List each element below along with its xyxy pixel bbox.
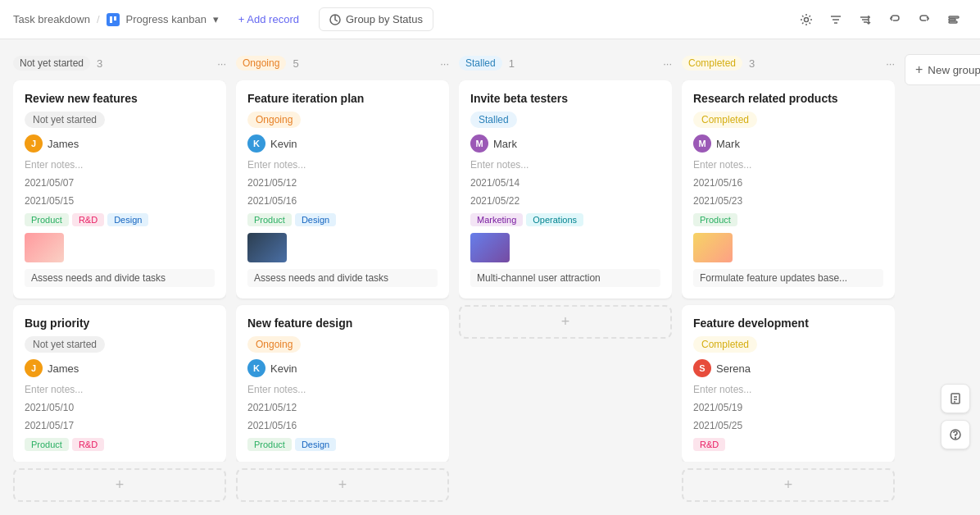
sort-button[interactable]: [852, 7, 878, 33]
avatar-research-related-products: M: [693, 134, 711, 153]
group-by-icon: [329, 14, 341, 25]
tags-review-new-features: ProductR&DDesign: [25, 213, 215, 226]
add-record-button[interactable]: + Add record: [229, 8, 309, 30]
date1-bug-priority: 2021/05/10: [25, 402, 215, 413]
tag-product: Product: [25, 213, 69, 226]
avatar-bug-priority: J: [25, 359, 43, 377]
card-review-new-features[interactable]: Review new features Not yet started J Ja…: [13, 80, 226, 299]
column-title-not-yet-started: Not yet started: [13, 56, 90, 71]
column-more-stalled[interactable]: ···: [663, 57, 672, 70]
breadcrumb: Task breakdown / Progress kanban ▾: [13, 13, 219, 26]
date1-feature-development: 2021/05/19: [693, 402, 883, 413]
date1-review-new-features: 2021/05/07: [25, 177, 215, 189]
card-bug-priority[interactable]: Bug priority Not yet started J James Ent…: [13, 305, 226, 462]
notes-feature-development[interactable]: Enter notes...: [693, 384, 883, 395]
date1-research-related-products: 2021/05/16: [693, 177, 883, 189]
column-count-ongoing: 5: [293, 57, 298, 70]
add-card-ongoing[interactable]: +: [236, 468, 449, 502]
tag-design: Design: [295, 213, 336, 226]
assignee-new-feature-design: K Kevin: [247, 359, 438, 377]
tags-new-feature-design: ProductDesign: [247, 438, 438, 451]
sort-icon: [859, 13, 872, 26]
filter-button[interactable]: [823, 7, 849, 33]
assignee-feature-iteration-plan: K Kevin: [247, 134, 438, 153]
tag-product: Product: [247, 213, 292, 226]
card-title-bug-priority: Bug priority: [25, 317, 215, 330]
notes-review-new-features[interactable]: Enter notes...: [25, 159, 215, 171]
card-title-feature-development: Feature development: [693, 317, 883, 330]
redo-button[interactable]: [911, 7, 937, 33]
card-research-related-products[interactable]: Research related products Completed M Ma…: [682, 80, 895, 299]
new-group-button[interactable]: + New group: [905, 54, 980, 85]
assignee-name-bug-priority: James: [48, 362, 79, 375]
task-label-feature-iteration-plan: Assess needs and divide tasks: [247, 269, 438, 287]
add-card-stalled[interactable]: +: [459, 305, 672, 339]
column-title-stalled: Stalled: [459, 56, 502, 71]
column-more-not-yet-started[interactable]: ···: [217, 57, 226, 70]
avatar-feature-iteration-plan: K: [247, 134, 265, 153]
card-feature-development[interactable]: Feature development Completed S Serena E…: [682, 305, 895, 462]
group-by-button[interactable]: Group by Status: [319, 7, 433, 31]
avatar-new-feature-design: K: [247, 359, 265, 377]
tag-marketing: Marketing: [470, 213, 523, 226]
settings-button[interactable]: [793, 7, 819, 33]
svg-rect-6: [949, 21, 957, 23]
avatar-review-new-features: J: [25, 134, 43, 153]
card-new-feature-design[interactable]: New feature design Ongoing K Kevin Enter…: [236, 305, 449, 462]
assignee-invite-beta-testers: M Mark: [470, 134, 660, 153]
assignee-name-review-new-features: James: [48, 138, 79, 150]
svg-rect-0: [110, 16, 112, 23]
redo-icon: [918, 13, 931, 26]
status-badge-invite-beta-testers: Stalled: [470, 112, 517, 128]
card-title-new-feature-design: New feature design: [247, 317, 438, 330]
column-more-completed[interactable]: ···: [886, 57, 895, 70]
search-records-button[interactable]: [941, 7, 967, 33]
svg-point-9: [955, 438, 956, 439]
search-records-icon: [947, 13, 960, 26]
notes-invite-beta-testers[interactable]: Enter notes...: [470, 159, 660, 171]
assignee-review-new-features: J James: [25, 134, 215, 153]
column-count-not-yet-started: 3: [97, 57, 102, 70]
column-more-ongoing[interactable]: ···: [440, 57, 449, 70]
column-count-stalled: 1: [509, 57, 515, 70]
add-card-completed[interactable]: +: [682, 468, 895, 502]
view-dropdown-icon[interactable]: ▾: [213, 13, 219, 25]
assignee-bug-priority: J James: [25, 359, 215, 377]
notes-icon-button[interactable]: [941, 384, 970, 413]
assignee-feature-development: S Serena: [693, 359, 883, 377]
add-card-not-yet-started[interactable]: +: [13, 468, 226, 502]
notes-feature-iteration-plan[interactable]: Enter notes...: [247, 159, 438, 171]
breadcrumb-task[interactable]: Task breakdown: [13, 13, 90, 25]
undo-icon: [888, 13, 901, 26]
view-label[interactable]: Progress kanban: [126, 13, 206, 25]
column-count-completed: 3: [749, 57, 755, 70]
group-by-label: Group by Status: [346, 13, 423, 25]
status-badge-feature-iteration-plan: Ongoing: [247, 112, 301, 128]
card-image-research-related-products: [693, 233, 733, 262]
date2-review-new-features: 2021/05/15: [25, 195, 215, 207]
help-icon-button[interactable]: [941, 420, 970, 449]
date2-invite-beta-testers: 2021/05/22: [470, 195, 660, 207]
avatar-feature-development: S: [693, 359, 711, 377]
assignee-research-related-products: M Mark: [693, 134, 883, 153]
status-badge-review-new-features: Not yet started: [25, 112, 105, 128]
card-feature-iteration-plan[interactable]: Feature iteration plan Ongoing K Kevin E…: [236, 80, 449, 299]
assignee-name-feature-iteration-plan: Kevin: [270, 138, 297, 150]
date1-feature-iteration-plan: 2021/05/12: [247, 177, 438, 189]
tag-design: Design: [107, 213, 148, 226]
notes-bug-priority[interactable]: Enter notes...: [25, 384, 215, 395]
tags-bug-priority: ProductR&D: [25, 438, 215, 451]
notes-research-related-products[interactable]: Enter notes...: [693, 159, 883, 171]
help-icon: [949, 428, 962, 441]
card-image-invite-beta-testers: [470, 233, 510, 262]
tag-r&d: R&D: [72, 438, 104, 451]
notes-new-feature-design[interactable]: Enter notes...: [247, 384, 438, 395]
avatar-invite-beta-testers: M: [470, 134, 488, 153]
tags-invite-beta-testers: MarketingOperations: [470, 213, 660, 226]
card-invite-beta-testers[interactable]: Invite beta testers Stalled M Mark Enter…: [459, 80, 672, 299]
column-stalled: Stalled 1 ··· Invite beta testers Stalle…: [459, 52, 672, 502]
assignee-name-new-feature-design: Kevin: [270, 362, 297, 375]
undo-button[interactable]: [882, 7, 908, 33]
column-header-ongoing: Ongoing 5 ···: [236, 52, 449, 74]
header-actions: [793, 7, 967, 33]
